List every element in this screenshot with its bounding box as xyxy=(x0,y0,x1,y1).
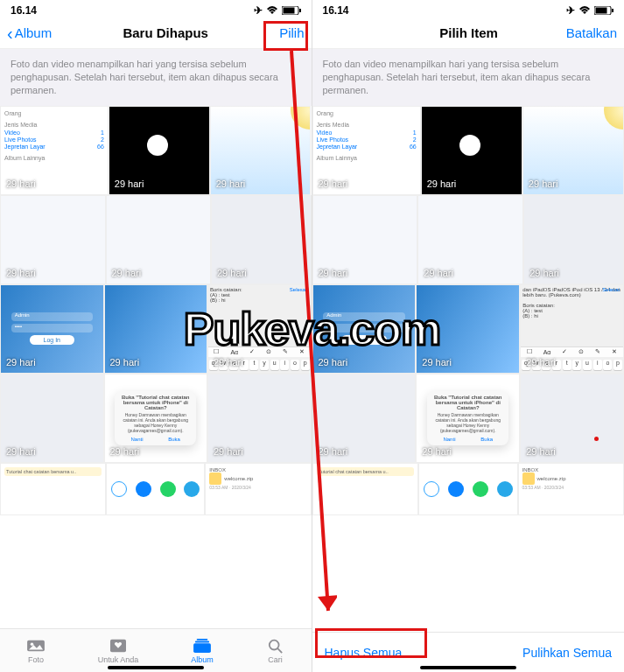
status-bar: 16.14 ✈ xyxy=(0,0,312,18)
svg-line-10 xyxy=(277,648,281,652)
grid-thumb[interactable]: 29 hari xyxy=(312,374,417,463)
grid-thumb[interactable]: 29 hari xyxy=(523,195,624,284)
grid-thumb[interactable]: 29 hari xyxy=(0,195,106,284)
days-remaining: 29 hari xyxy=(115,178,144,189)
grid-thumb[interactable]: 29 hari xyxy=(211,195,312,284)
airplane-icon: ✈ xyxy=(566,4,575,17)
tab-cari[interactable]: Cari xyxy=(266,638,285,664)
grid-thumb[interactable] xyxy=(418,463,518,515)
svg-rect-1 xyxy=(283,8,294,14)
wifi-icon xyxy=(266,6,278,15)
svg-rect-8 xyxy=(193,643,211,653)
grid-thumb[interactable]: 29 hari xyxy=(522,106,624,195)
tab-foto[interactable]: Foto xyxy=(26,638,46,664)
grid-thumb[interactable]: 29 hari xyxy=(421,106,522,195)
photo-grid: Orang Jenis Media Video1 Live Photos2 Je… xyxy=(312,106,625,632)
grid-thumb[interactable]: Tutorial chat catatan bersama u.. xyxy=(0,463,106,515)
back-button[interactable]: ‹ Album xyxy=(7,25,52,40)
status-bar: 16.14 ✈ xyxy=(312,0,625,18)
nav-bar: Pilih Item Batalkan xyxy=(312,18,625,49)
grid-thumb[interactable]: dan iPadOS iPadOS iPod iOS 13 / 14 dan l… xyxy=(520,284,624,374)
status-time: 16.14 xyxy=(11,4,37,17)
info-notice: Foto dan video menampilkan hari yang ter… xyxy=(312,49,625,106)
nav-title: Baru Dihapus xyxy=(123,25,208,40)
svg-rect-7 xyxy=(195,640,209,642)
home-indicator[interactable] xyxy=(420,666,516,669)
grid-thumb[interactable]: 29 hari xyxy=(417,195,523,284)
svg-rect-13 xyxy=(612,9,613,12)
watermark-text: Pukeva.com xyxy=(184,303,441,355)
grid-thumb[interactable]: INBOXwelcome.zip03:53 AM · 2020/3/24 xyxy=(518,463,625,515)
grid-thumb[interactable]: 29 hari xyxy=(312,195,418,284)
svg-rect-2 xyxy=(299,9,301,12)
grid-thumb[interactable]: Buka "Tutorial chat catatan bersama untu… xyxy=(416,374,520,463)
grid-thumb[interactable]: 29 hari xyxy=(207,374,312,463)
battery-icon xyxy=(282,6,301,15)
grid-thumb[interactable]: Tutorial chat catatan bersama u.. xyxy=(312,463,419,515)
battery-icon xyxy=(594,6,613,15)
grid-thumb[interactable]: 29 hari xyxy=(0,374,104,463)
grid-thumb[interactable] xyxy=(106,463,205,515)
svg-point-4 xyxy=(31,642,34,646)
grid-thumb[interactable]: Orang Jenis Media Video1 Live Photos2 Je… xyxy=(0,106,109,195)
airplane-icon: ✈ xyxy=(254,4,263,17)
grid-thumb[interactable]: 29 hari xyxy=(210,106,312,195)
back-label: Album xyxy=(15,25,53,40)
grid-thumb[interactable]: Orang Jenis Media Video1 Live Photos2 Je… xyxy=(312,106,421,195)
tab-untuk-anda[interactable]: Untuk Anda xyxy=(98,638,139,664)
grid-thumb[interactable]: Buka "Tutorial chat catatan bersama untu… xyxy=(104,374,208,463)
home-indicator[interactable] xyxy=(108,666,204,669)
annotation-box-pilih xyxy=(263,21,308,51)
grid-thumb[interactable]: 29 hari xyxy=(109,106,210,195)
svg-rect-6 xyxy=(197,638,208,640)
info-notice: Foto dan video menampilkan hari yang ter… xyxy=(0,49,312,106)
nav-title: Pilih Item xyxy=(439,25,498,40)
restore-all-button[interactable]: Pulihkan Semua xyxy=(522,646,612,660)
wifi-icon xyxy=(578,6,591,15)
grid-thumb[interactable]: 29 hari xyxy=(106,195,212,284)
photo-grid: Orang Jenis Media Video1 Live Photos2 Je… xyxy=(0,106,312,628)
grid-thumb[interactable]: Admin •••• Log In 29 hari xyxy=(0,284,104,374)
days-remaining: 29 hari xyxy=(216,178,246,189)
annotation-box-hapus xyxy=(315,628,427,658)
status-time: 16.14 xyxy=(323,4,349,17)
grid-thumb[interactable]: INBOX welcome.zip 03:53 AM · 2020/3/24 xyxy=(205,463,311,515)
cancel-button[interactable]: Batalkan xyxy=(566,25,617,40)
days-remaining: 29 hari xyxy=(6,178,36,189)
tab-album[interactable]: Album xyxy=(191,638,214,664)
svg-rect-12 xyxy=(596,8,607,14)
grid-thumb[interactable]: 29 hari xyxy=(520,374,624,463)
